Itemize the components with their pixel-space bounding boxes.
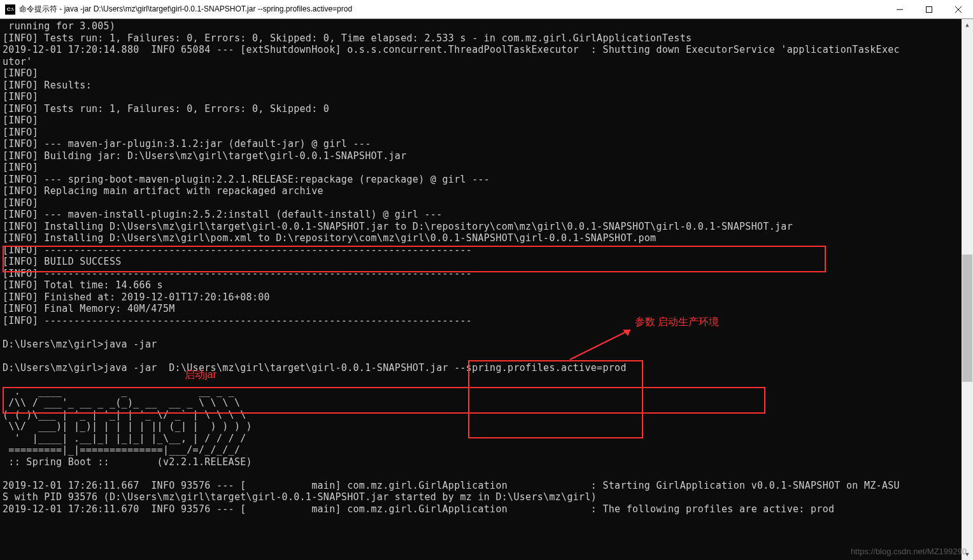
- terminal-line: [INFO] --- spring-boot-maven-plugin:2.2.…: [3, 174, 959, 186]
- terminal-line: [INFO] --- maven-jar-plugin:3.1.2:jar (d…: [3, 138, 959, 150]
- terminal-line: =========|_|==============|___/=/_/_/_/: [3, 444, 959, 456]
- window-title: 命令提示符 - java -jar D:\Users\mz\girl\targe…: [19, 4, 352, 15]
- terminal-line: [INFO] Tests run: 1, Failures: 0, Errors…: [3, 32, 959, 45]
- terminal-line: [INFO] Results:: [3, 80, 959, 92]
- terminal-line: [INFO] --- maven-install-plugin:2.5.2:in…: [3, 209, 959, 221]
- terminal-line: [3, 374, 959, 386]
- terminal-line: [INFO] Building jar: D:\Users\mz\girl\ta…: [3, 150, 959, 162]
- terminal-line: [3, 468, 959, 480]
- terminal-line: [INFO]: [3, 127, 959, 139]
- terminal-line: running for 3.005): [3, 20, 959, 32]
- terminal-output[interactable]: running for 3.005)[INFO] Tests run: 1, F…: [0, 19, 973, 559]
- terminal-line: [3, 326, 959, 339]
- terminal-line: 2019-12-01 17:20:14.880 INFO 65084 --- […: [3, 44, 959, 56]
- terminal-line: D:\Users\mz\girl>java -jar: [3, 339, 959, 351]
- terminal-line: [INFO] ---------------------------------…: [3, 268, 959, 280]
- close-button[interactable]: [944, 0, 973, 19]
- terminal-line: /\\ / ___'_ __ _ _(_)_ __ __ _ \ \ \ \: [3, 397, 959, 409]
- terminal-line: [INFO]: [3, 115, 959, 127]
- terminal-line: [INFO] Final Memory: 40M/475M: [3, 303, 959, 315]
- terminal-line: :: Spring Boot :: (v2.2.1.RELEASE): [3, 456, 959, 468]
- terminal-line: [INFO]: [3, 197, 959, 209]
- scrollbar-up-button[interactable]: ▲: [962, 19, 973, 31]
- terminal-line: [INFO] ---------------------------------…: [3, 244, 959, 256]
- terminal-line: utor': [3, 56, 959, 68]
- maximize-button[interactable]: [914, 0, 944, 19]
- terminal-line: [INFO] Replacing main artifact with repa…: [3, 185, 959, 197]
- terminal-line: D:\Users\mz\girl>java -jar D:\Users\mz\g…: [3, 362, 959, 374]
- terminal-line: ( ( )\___ | '_ | '_| | '_ \/ _` | \ \ \ …: [3, 409, 959, 421]
- scrollbar-thumb[interactable]: [962, 255, 972, 382]
- terminal-line: [INFO] Tests run: 1, Failures: 0, Errors…: [3, 103, 959, 115]
- minimize-button[interactable]: [885, 0, 914, 19]
- watermark: https://blog.csdn.net/MZ199290: [851, 547, 967, 556]
- svg-rect-1: [927, 6, 932, 12]
- terminal-line: [INFO] Installing D:\Users\mz\girl\pom.x…: [3, 232, 959, 244]
- terminal-line: ' |____| .__|_| |_|_| |_\__, | / / / /: [3, 433, 959, 445]
- terminal-line: [INFO] Finished at: 2019-12-01T17:20:16+…: [3, 291, 959, 304]
- terminal-line: [INFO] BUILD SUCCESS: [3, 256, 959, 268]
- terminal-line: [INFO]: [3, 91, 959, 103]
- terminal-line: 2019-12-01 17:26:11.670 INFO 93576 --- […: [3, 503, 959, 515]
- terminal-line: [INFO]: [3, 67, 959, 80]
- terminal-line: [3, 350, 959, 362]
- terminal-line: \\/ ___)| |_)| | | | | || (_| | ) ) ) ): [3, 421, 959, 433]
- terminal-line: 2019-12-01 17:26:11.667 INFO 93576 --- […: [3, 480, 959, 492]
- terminal-line: [INFO]: [3, 162, 959, 174]
- terminal-line: [INFO] Total time: 14.666 s: [3, 279, 959, 291]
- window-titlebar: C:\ 命令提示符 - java -jar D:\Users\mz\girl\t…: [0, 0, 973, 19]
- terminal-line: [INFO] Installing D:\Users\mz\girl\targe…: [3, 221, 959, 233]
- terminal-line: . ____ _ __ _ _: [3, 386, 959, 398]
- terminal-line: S with PID 93576 (D:\Users\mz\girl\targe…: [3, 491, 959, 503]
- terminal-line: [INFO] ---------------------------------…: [3, 315, 959, 327]
- cmd-icon: C:\: [5, 4, 15, 15]
